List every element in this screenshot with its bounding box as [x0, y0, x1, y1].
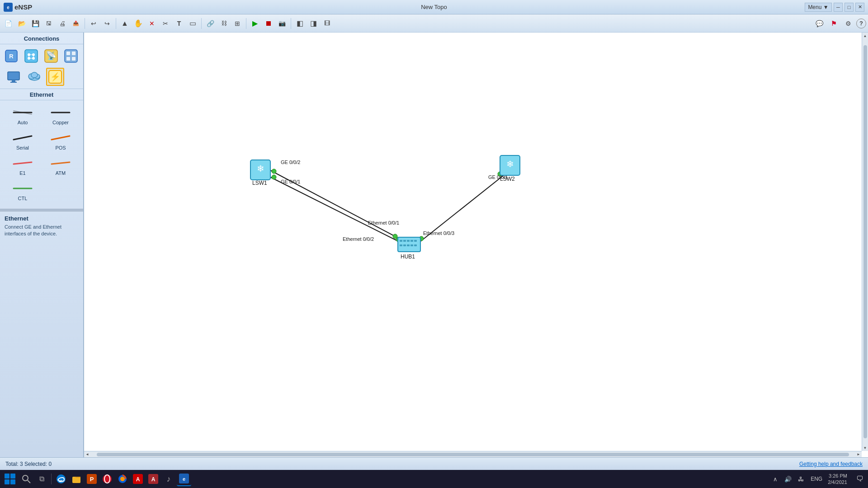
label-lsw1-ge001: GE 0/0/1 — [281, 179, 300, 184]
fit-button[interactable]: ⊞ — [231, 17, 244, 30]
scroll-down-button[interactable]: ▼ — [862, 445, 868, 451]
print-button[interactable]: 🖨 — [56, 17, 69, 30]
toolbar: 📄 📂 💾 🖫 🖨 📤 ↩ ↪ ▲ ✋ ✕ ✂ T ▭ 🔗 ⛓ ⊞ ▶ ⏹ 📷 … — [0, 14, 868, 33]
lang-indicator[interactable]: ENG — [809, 476, 824, 482]
eth-ctl-label: CTL — [18, 196, 28, 201]
save-local-button[interactable]: 💾 — [29, 17, 42, 30]
export-button[interactable]: 📤 — [70, 17, 82, 30]
scroll-v-thumb[interactable] — [863, 45, 867, 438]
info-title: Ethernet — [5, 215, 79, 222]
connections-grid: R 📡 — [0, 44, 83, 68]
connections-row2: ⚡ — [0, 68, 83, 89]
eth-copper-label: Copper — [52, 120, 69, 125]
conn-cluster[interactable] — [62, 47, 80, 65]
powerpoint-icon[interactable]: P — [85, 472, 99, 486]
acrobat-icon[interactable]: A — [131, 472, 145, 486]
svg-rect-54 — [5, 479, 9, 484]
restore-button[interactable]: □ — [844, 3, 854, 12]
text-button[interactable]: T — [173, 17, 185, 30]
search-button[interactable] — [19, 472, 33, 486]
file-explorer-icon[interactable] — [69, 472, 84, 486]
system-clock[interactable]: 3:26 PM 2/4/2021 — [828, 473, 850, 486]
notification-button[interactable]: 🗨 — [854, 473, 866, 485]
snapshot-button[interactable]: 🎞 — [321, 17, 333, 30]
app-misc-icon[interactable]: ♪ — [161, 472, 176, 486]
svg-rect-45 — [410, 240, 413, 242]
svg-text:e: e — [183, 476, 185, 482]
canvas-area[interactable]: GE 0/0/2 GE 0/0/1 Ethernet 0/0/1 Etherne… — [84, 33, 868, 457]
rectangle-button[interactable]: ▭ — [186, 17, 199, 30]
save-button[interactable]: 🖫 — [42, 17, 55, 30]
minimize-button[interactable]: ─ — [834, 3, 843, 12]
eth-auto[interactable]: Auto — [5, 104, 41, 127]
eth-serial[interactable]: Serial — [5, 129, 41, 153]
tray-network[interactable]: 🖧 — [796, 474, 805, 483]
hand-tool[interactable]: ✋ — [132, 17, 145, 30]
edge-icon[interactable] — [54, 472, 68, 486]
conn-pc[interactable] — [5, 68, 23, 86]
svg-line-34 — [14, 162, 32, 164]
help-link[interactable]: Getting help and feedback — [799, 461, 863, 467]
horizontal-scrollbar[interactable]: ◄ ► — [84, 451, 862, 457]
link-disconnect-button[interactable]: ⛓ — [217, 17, 230, 30]
help-button[interactable]: ? — [856, 19, 866, 28]
svg-point-56 — [23, 475, 28, 481]
open-button[interactable]: 📂 — [15, 17, 28, 30]
scroll-right-button[interactable]: ► — [855, 451, 862, 458]
node-hub1[interactable] — [398, 237, 420, 252]
conn-lightning[interactable]: ⚡ — [46, 68, 64, 86]
svg-rect-50 — [410, 244, 413, 246]
task-view-button[interactable]: ⧉ — [34, 472, 49, 486]
titlebar-left: e eNSP — [4, 3, 32, 12]
start-button[interactable] — [2, 472, 18, 486]
redo-button[interactable]: ↪ — [101, 17, 113, 30]
close-button[interactable]: ✕ — [855, 3, 864, 12]
scroll-left-button[interactable]: ◄ — [84, 451, 90, 458]
play-button[interactable]: ▶ — [249, 17, 261, 30]
eth-atm[interactable]: ATM — [42, 155, 79, 178]
clock-time: 3:26 PM — [828, 473, 847, 479]
huawei-button[interactable]: ⚑ — [827, 17, 840, 30]
topo-left-button[interactable]: ◧ — [293, 17, 306, 30]
delete-button[interactable]: ✕ — [146, 17, 158, 30]
access-icon[interactable]: A — [146, 472, 160, 486]
tray-chevron[interactable]: ∧ — [771, 474, 780, 483]
stop-button[interactable]: ⏹ — [262, 17, 275, 30]
firefox-icon[interactable] — [115, 472, 130, 486]
label-hub1-eth002: Ethernet 0/0/2 — [343, 236, 374, 242]
taskbar-sep1 — [51, 474, 52, 484]
conn-cloud[interactable] — [25, 68, 43, 86]
svg-rect-51 — [414, 244, 417, 246]
scroll-up-button[interactable]: ▲ — [862, 33, 868, 39]
eth-e1[interactable]: E1 — [5, 155, 41, 178]
status-text: Total: 3 Selected: 0 — [5, 461, 52, 467]
opera-icon[interactable] — [100, 472, 114, 486]
cut-button[interactable]: ✂ — [159, 17, 172, 30]
eth-ctl[interactable]: CTL — [5, 180, 41, 203]
vertical-scrollbar[interactable]: ▲ ▼ — [862, 33, 868, 451]
conn-router[interactable]: R — [2, 47, 20, 65]
node-lsw1[interactable]: ❄ — [250, 160, 270, 180]
topology-canvas[interactable]: GE 0/0/2 GE 0/0/1 Ethernet 0/0/1 Etherne… — [84, 33, 868, 457]
eth-copper[interactable]: Copper — [42, 104, 79, 127]
tray-volume[interactable]: 🔊 — [783, 474, 793, 483]
menu-button[interactable]: Menu ▼ — [805, 3, 832, 12]
new-button[interactable]: 📄 — [2, 17, 14, 30]
link-connect-button[interactable]: 🔗 — [204, 17, 217, 30]
conn-switch-cloud[interactable] — [22, 47, 40, 65]
node-lsw2[interactable]: ❄ — [500, 155, 520, 175]
chat-button[interactable]: 💬 — [813, 17, 826, 30]
svg-rect-18 — [66, 57, 70, 61]
conn-wireless[interactable]: 📡 — [42, 47, 60, 65]
undo-button[interactable]: ↩ — [87, 17, 100, 30]
scroll-h-thumb[interactable] — [97, 453, 849, 456]
label-lsw1-ge002: GE 0/0/2 — [281, 160, 300, 165]
toolbar-sep2 — [116, 18, 116, 29]
settings-button[interactable]: ⚙ — [842, 17, 854, 30]
select-tool[interactable]: ▲ — [118, 17, 131, 30]
capture-button[interactable]: 📷 — [276, 17, 288, 30]
eth-pos[interactable]: POS — [42, 129, 79, 153]
ethernet-grid: Auto Copper Serial POS — [0, 100, 83, 207]
topo-right-button[interactable]: ◨ — [307, 17, 320, 30]
ensp-taskbar-icon[interactable]: e — [177, 472, 191, 486]
